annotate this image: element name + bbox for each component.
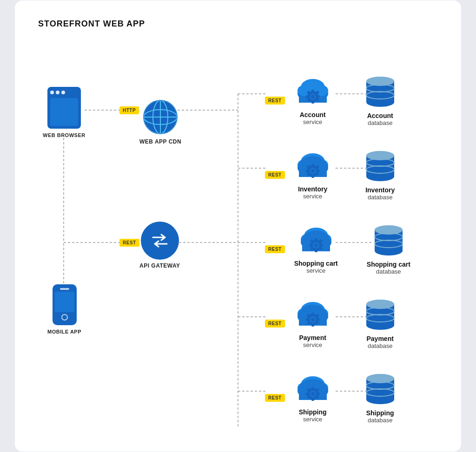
svg-rect-131 xyxy=(311,387,314,390)
inventory-db-name: Inventory xyxy=(365,186,395,194)
account-db-name: Account xyxy=(367,112,393,119)
shopping-cart-service-icon xyxy=(298,224,335,257)
svg-rect-132 xyxy=(311,398,314,401)
gateway-circle xyxy=(141,222,179,260)
rest-badge-shipping: REST xyxy=(265,394,285,402)
svg-rect-107 xyxy=(311,313,314,316)
cdn-label: WEB APP CDN xyxy=(139,138,181,145)
payment-db-sub: database xyxy=(368,342,393,349)
svg-point-34 xyxy=(311,95,315,98)
service-row-inventory: REST xyxy=(265,149,397,201)
shopping-cart-db-icon xyxy=(372,223,405,258)
svg-rect-38 xyxy=(317,95,320,98)
payment-db-icon xyxy=(364,297,397,332)
svg-point-130 xyxy=(311,392,315,396)
svg-rect-85 xyxy=(309,244,312,247)
inventory-service-sub: service xyxy=(303,193,322,200)
rest-badge-account: REST xyxy=(265,97,285,105)
mobile-body xyxy=(53,284,77,325)
service-row-account: REST xyxy=(265,74,397,126)
payment-service-icon xyxy=(294,299,331,331)
svg-rect-110 xyxy=(317,318,320,321)
gateway-label: API GATEWAY xyxy=(139,262,180,269)
service-row-payment: REST xyxy=(265,297,397,349)
mobile-app: MOBILE APP xyxy=(47,284,81,334)
account-db-icon xyxy=(364,74,397,109)
inventory-db-icon xyxy=(364,149,397,183)
rest-badge-payment: REST xyxy=(265,320,285,328)
page-title: STOREFRONT WEB APP xyxy=(38,19,438,29)
inventory-service-name: Inventory xyxy=(298,185,327,193)
shopping-cart-db-sub: database xyxy=(376,268,401,275)
svg-point-82 xyxy=(314,243,318,247)
svg-rect-133 xyxy=(306,393,309,395)
service-row-shipping: REST xyxy=(265,372,397,424)
svg-point-106 xyxy=(311,318,315,321)
inventory-service-icon xyxy=(294,150,331,183)
rest-badge-inventory: REST xyxy=(265,171,285,179)
shopping-cart-service-sub: service xyxy=(306,267,325,274)
svg-rect-35 xyxy=(311,90,314,93)
rest-badge-shopping-cart: REST xyxy=(265,245,285,253)
shipping-db-icon xyxy=(364,372,397,406)
account-db-sub: database xyxy=(368,119,393,126)
svg-rect-83 xyxy=(315,238,317,242)
mobile-label: MOBILE APP xyxy=(47,329,81,334)
diagram: WEB BROWSER MOBILE APP HTTP REST xyxy=(38,43,438,433)
web-browser: WEB BROWSER xyxy=(43,87,86,138)
svg-rect-59 xyxy=(311,164,314,167)
globe-icon xyxy=(142,98,179,136)
svg-point-58 xyxy=(311,169,315,173)
svg-rect-109 xyxy=(306,318,309,321)
svg-rect-37 xyxy=(306,95,309,98)
gateway-arrows-icon xyxy=(148,229,172,252)
web-app-cdn: WEB APP CDN xyxy=(139,85,181,145)
svg-rect-108 xyxy=(311,323,314,327)
svg-rect-84 xyxy=(315,249,317,252)
shipping-db-sub: database xyxy=(368,417,393,424)
inventory-db-sub: database xyxy=(368,194,393,201)
shipping-service-name: Shipping xyxy=(299,408,327,416)
account-service-sub: service xyxy=(303,118,322,125)
shipping-db-name: Shipping xyxy=(366,409,394,417)
svg-rect-61 xyxy=(306,170,309,172)
account-service-name: Account xyxy=(300,111,326,118)
shipping-service-sub: service xyxy=(303,416,322,423)
api-gateway: API GATEWAY xyxy=(139,222,180,269)
rest-badge-browser-gateway: REST xyxy=(119,238,139,246)
account-service-icon xyxy=(294,76,331,108)
svg-rect-62 xyxy=(317,170,320,172)
service-row-shopping-cart: REST xyxy=(265,223,410,275)
svg-rect-36 xyxy=(311,100,314,104)
payment-service-name: Payment xyxy=(299,334,326,341)
shipping-service-icon xyxy=(294,373,331,406)
main-card: STOREFRONT WEB APP xyxy=(15,0,461,452)
browser-body xyxy=(47,87,81,129)
http-badge: HTTP xyxy=(119,105,139,114)
payment-service-sub: service xyxy=(303,341,322,348)
shopping-cart-service-name: Shopping cart xyxy=(294,260,338,267)
svg-rect-60 xyxy=(311,175,314,178)
svg-rect-134 xyxy=(317,393,320,395)
svg-rect-86 xyxy=(320,244,323,247)
shopping-cart-db-name: Shopping cart xyxy=(367,261,410,268)
browser-label: WEB BROWSER xyxy=(43,132,86,138)
payment-db-name: Payment xyxy=(366,335,393,342)
